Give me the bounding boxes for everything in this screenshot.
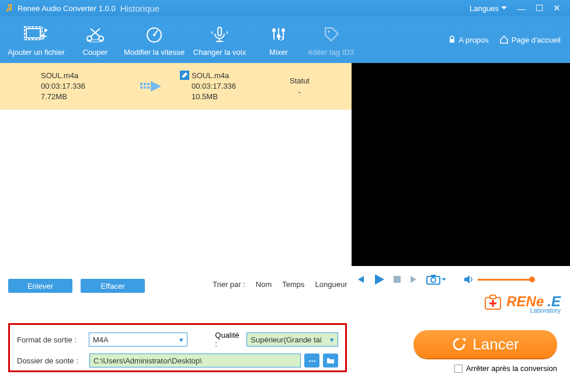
speaker-icon xyxy=(464,275,474,284)
aid-icon xyxy=(483,292,503,312)
output-settings: Format de sortie : M4A▾ Qualité : Supéri… xyxy=(8,323,347,372)
stop-button[interactable] xyxy=(392,275,402,284)
speed-button[interactable]: Modifier la vitesse xyxy=(121,23,187,57)
arrow-icon xyxy=(140,79,168,93)
svg-rect-13 xyxy=(450,39,454,43)
volume-control[interactable] xyxy=(464,275,533,284)
dest-size: 10.5MB xyxy=(192,92,236,102)
svg-point-6 xyxy=(153,34,155,36)
lock-icon xyxy=(448,36,456,44)
checkbox-icon[interactable] xyxy=(454,365,463,373)
stop-after-label: Arrêter après la conversion xyxy=(466,364,557,373)
format-value: M4A xyxy=(93,335,109,344)
folder-path[interactable]: C:\Users\Administrator\Desktop\ xyxy=(89,354,301,368)
home-link[interactable]: Page d'accueil xyxy=(499,36,561,44)
status-header: Statut xyxy=(279,76,320,85)
format-label: Format de sortie : xyxy=(17,335,85,344)
chevron-down-icon xyxy=(442,278,446,281)
chevron-down-icon: ▾ xyxy=(330,335,334,344)
cut-button[interactable]: Couper xyxy=(69,23,121,57)
volume-knob[interactable] xyxy=(529,276,535,282)
stop-after-check[interactable]: Arrêter après la conversion xyxy=(454,364,557,373)
app-icon xyxy=(5,4,14,13)
app-title: Renee Audio Converter 1.0.0 xyxy=(18,4,116,13)
sort-name[interactable]: Nom xyxy=(256,280,272,289)
source-name: SOUL.m4a xyxy=(41,71,128,81)
dest-name: SOUL.m4a xyxy=(192,71,236,81)
snapshot-button[interactable] xyxy=(426,274,446,285)
about-label: A propos xyxy=(459,36,489,44)
close-button[interactable]: ✕ xyxy=(548,3,565,13)
edit-icon[interactable] xyxy=(180,71,189,80)
svg-rect-7 xyxy=(218,27,221,36)
home-label: Page d'accueil xyxy=(512,36,561,44)
speed-label: Modifier la vitesse xyxy=(121,48,187,57)
content: SOUL.m4a 00:03:17.336 7.72MB SOUL.m4a 00… xyxy=(0,63,570,266)
quality-value: Supérieur(Grande tai xyxy=(251,335,321,344)
file-list: SOUL.m4a 00:03:17.336 7.72MB SOUL.m4a 00… xyxy=(0,63,352,266)
play-button[interactable] xyxy=(373,273,385,286)
toolbar: Ajouter un fichier Couper Modifier la vi… xyxy=(0,16,570,63)
dest-info: SOUL.m4a 00:03:17.336 10.5MB xyxy=(180,71,267,103)
launch-button[interactable]: Lancer xyxy=(413,330,557,358)
voice-button[interactable]: Changer la voix xyxy=(187,23,252,57)
dest-duration: 00:03:17.336 xyxy=(192,81,236,92)
id3-button: éditer tag ID3 xyxy=(305,23,357,57)
format-combo[interactable]: M4A▾ xyxy=(89,332,187,346)
quality-combo[interactable]: Supérieur(Grande tai▾ xyxy=(246,332,338,346)
open-folder-button[interactable] xyxy=(323,354,338,368)
source-info: SOUL.m4a 00:03:17.336 7.72MB xyxy=(41,71,128,103)
remove-button[interactable]: Enlever xyxy=(8,279,72,293)
svg-point-12 xyxy=(328,30,330,33)
folder-value: C:\Users\Administrator\Desktop\ xyxy=(93,356,202,365)
quality-label: Qualité : xyxy=(215,331,243,348)
sort-time[interactable]: Temps xyxy=(282,280,304,289)
cut-label: Couper xyxy=(69,48,121,57)
svg-rect-21 xyxy=(394,276,401,283)
svg-rect-16 xyxy=(140,86,142,89)
titlebar: Renee Audio Converter 1.0.0 Historique L… xyxy=(0,0,570,16)
source-size: 7.72MB xyxy=(41,92,128,102)
id3-label: éditer tag ID3 xyxy=(305,48,357,57)
svg-point-23 xyxy=(431,278,436,282)
folder-icon xyxy=(326,357,335,364)
next-button[interactable] xyxy=(409,274,419,285)
svg-rect-15 xyxy=(144,83,146,85)
mixer-button[interactable]: Mixer xyxy=(252,23,305,57)
scissors-icon xyxy=(85,26,106,43)
svg-rect-19 xyxy=(147,86,150,89)
film-add-icon xyxy=(23,26,49,43)
history-link[interactable]: Historique xyxy=(120,4,160,13)
chevron-down-icon: ▾ xyxy=(179,335,183,344)
chevron-down-icon xyxy=(501,6,507,10)
mic-icon xyxy=(209,26,230,43)
svg-point-9 xyxy=(281,29,285,32)
svg-rect-14 xyxy=(140,83,142,85)
sort-bar: Trier par : Nom Temps Longueur xyxy=(213,280,347,289)
about-link[interactable]: A propos xyxy=(448,36,489,44)
mixer-label: Mixer xyxy=(252,48,305,57)
browse-more-button[interactable]: ⋯ xyxy=(304,354,319,368)
volume-track[interactable] xyxy=(478,279,533,281)
gauge-icon xyxy=(144,26,165,43)
svg-rect-17 xyxy=(144,86,146,89)
add-file-button[interactable]: Ajouter un fichier xyxy=(4,23,69,57)
svg-rect-24 xyxy=(431,275,436,277)
preview-pane xyxy=(352,63,570,266)
launch-label: Lancer xyxy=(472,335,519,354)
clear-button[interactable]: Effacer xyxy=(81,279,145,293)
sort-label: Trier par : xyxy=(213,280,245,289)
camera-icon xyxy=(426,274,440,285)
maximize-button[interactable]: ☐ xyxy=(530,3,548,13)
svg-point-8 xyxy=(272,29,276,32)
voice-label: Changer la voix xyxy=(187,48,252,57)
minimize-button[interactable]: — xyxy=(513,4,530,13)
sort-length[interactable]: Longueur xyxy=(315,280,347,289)
brand-lab: Laboratory xyxy=(530,307,561,314)
language-selector[interactable]: Langues xyxy=(470,4,507,13)
prev-button[interactable] xyxy=(355,274,366,285)
mixer-icon xyxy=(269,26,288,43)
file-row[interactable]: SOUL.m4a 00:03:17.336 7.72MB SOUL.m4a 00… xyxy=(0,63,352,110)
svg-rect-1 xyxy=(26,29,40,38)
list-actions: Enlever Effacer xyxy=(8,279,145,293)
